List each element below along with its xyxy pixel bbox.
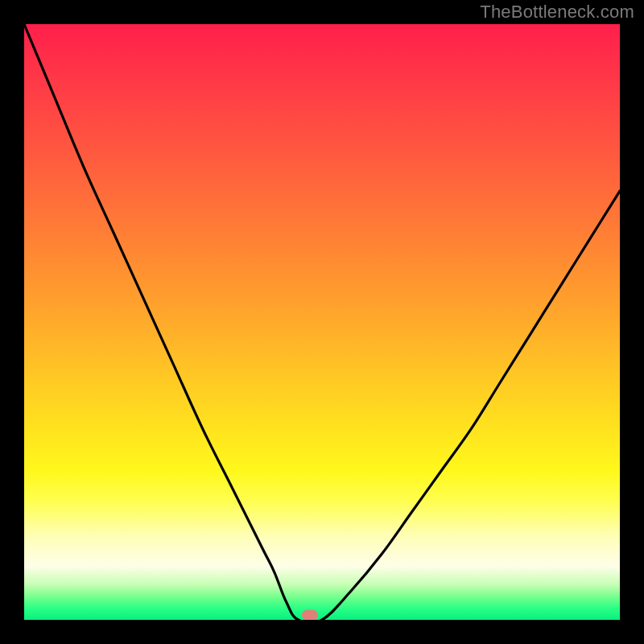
watermark-text: TheBottleneck.com [480, 2, 634, 23]
curve-path [24, 24, 620, 620]
chart-frame: TheBottleneck.com [0, 0, 644, 644]
plot-area [24, 24, 620, 620]
optimum-marker [302, 610, 318, 621]
bottleneck-curve [24, 24, 620, 620]
